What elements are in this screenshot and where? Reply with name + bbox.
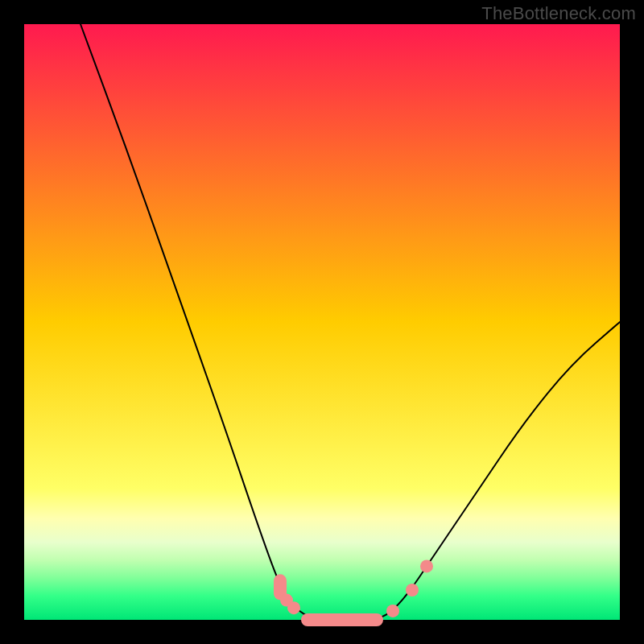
marker-dot xyxy=(406,584,419,597)
marker-dot xyxy=(287,601,300,614)
watermark-text: TheBottleneck.com xyxy=(481,3,636,24)
chart-frame: { "watermark": "TheBottleneck.com", "cha… xyxy=(0,0,644,644)
marker-dot xyxy=(386,605,399,617)
marker-dot xyxy=(420,559,433,572)
marker-pill xyxy=(301,613,383,626)
bottleneck-chart xyxy=(0,0,644,644)
